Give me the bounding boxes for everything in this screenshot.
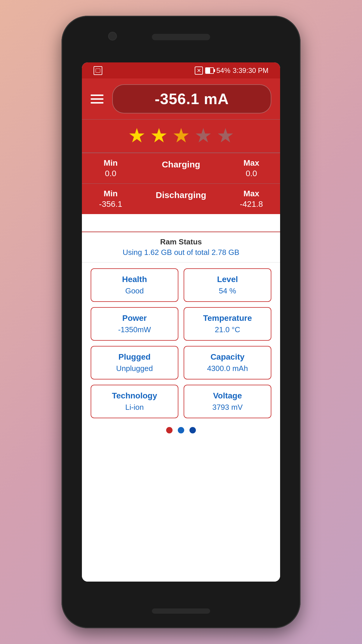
charging-min-label: Min bbox=[85, 158, 136, 168]
card-value-5: 4300.0 mAh bbox=[189, 364, 266, 373]
info-card-2: Power -1350mW bbox=[91, 307, 178, 341]
stars-section: ★ ★ ★ ★ ★ bbox=[82, 119, 280, 153]
charging-min-cell: Min 0.0 bbox=[82, 153, 139, 183]
card-title-0: Health bbox=[96, 275, 173, 284]
page-dots bbox=[166, 427, 196, 433]
card-title-6: Technology bbox=[96, 391, 173, 400]
hamburger-line-3 bbox=[91, 102, 103, 104]
discharging-min-value: -356.1 bbox=[85, 200, 136, 209]
time-display: 3:39:30 PM bbox=[233, 66, 268, 75]
phone-speaker bbox=[152, 34, 210, 40]
charging-max-value: 0.0 bbox=[226, 169, 277, 178]
current-reading-value: -356.1 mA bbox=[155, 90, 229, 107]
hamburger-line-1 bbox=[91, 94, 103, 96]
info-card-7: Voltage 3793 mV bbox=[184, 385, 271, 418]
card-title-3: Temperature bbox=[189, 314, 266, 323]
phone-outer: ✕ 54% 3:39:30 PM -356.1 mA ★ bbox=[61, 16, 301, 628]
info-card-3: Temperature 21.0 °C bbox=[184, 307, 271, 341]
card-title-5: Capacity bbox=[189, 352, 266, 362]
info-card-1: Level 54 % bbox=[184, 268, 271, 302]
card-value-0: Good bbox=[96, 286, 173, 295]
phone-home-bar bbox=[152, 608, 210, 614]
discharging-min-cell: Min -356.1 bbox=[82, 184, 139, 214]
card-value-2: -1350mW bbox=[96, 325, 173, 334]
discharging-label-cell: Discharging bbox=[139, 184, 223, 214]
card-title-2: Power bbox=[96, 314, 173, 323]
current-reading-box: -356.1 mA bbox=[112, 84, 271, 113]
charging-max-cell: Max 0.0 bbox=[223, 153, 280, 183]
charging-max-label: Max bbox=[226, 158, 277, 168]
stats-grid: Min 0.0 Charging Max 0.0 Min -356.1 Disc… bbox=[82, 153, 280, 214]
discharging-max-cell: Max -421.8 bbox=[223, 184, 280, 214]
charging-row: Min 0.0 Charging Max 0.0 bbox=[82, 153, 280, 183]
phone-camera bbox=[108, 32, 117, 41]
phone-screen: ✕ 54% 3:39:30 PM -356.1 mA ★ bbox=[82, 62, 280, 582]
info-card-4: Plugged Unplugged bbox=[91, 346, 178, 379]
white-section: Ram Status Using 1.62 GB out of total 2.… bbox=[82, 214, 280, 582]
discharging-max-value: -421.8 bbox=[226, 200, 277, 209]
info-card-0: Health Good bbox=[91, 268, 178, 302]
ram-status-value: Using 1.62 GB out of total 2.78 GB bbox=[88, 248, 274, 257]
discharging-max-label: Max bbox=[226, 189, 277, 198]
info-card-5: Capacity 4300.0 mAh bbox=[184, 346, 271, 379]
page-dot-2[interactable] bbox=[178, 427, 184, 433]
hamburger-menu[interactable] bbox=[91, 94, 103, 104]
page-dot-1[interactable] bbox=[166, 427, 173, 433]
info-card-6: Technology Li-ion bbox=[91, 385, 178, 418]
card-title-1: Level bbox=[189, 275, 266, 284]
star-1: ★ bbox=[128, 125, 146, 145]
star-4: ★ bbox=[194, 125, 212, 145]
charging-min-value: 0.0 bbox=[85, 169, 136, 178]
hamburger-line-2 bbox=[91, 98, 103, 100]
cards-grid: Health Good Level 54 % Power -1350mW Tem… bbox=[82, 262, 280, 424]
ram-status-container: Ram Status Using 1.62 GB out of total 2.… bbox=[82, 232, 280, 262]
card-value-3: 21.0 °C bbox=[189, 325, 266, 334]
battery-icon bbox=[205, 67, 214, 74]
star-5: ★ bbox=[217, 125, 234, 145]
star-2: ★ bbox=[150, 125, 168, 145]
card-value-1: 54 % bbox=[189, 286, 266, 295]
ram-status-title: Ram Status bbox=[88, 237, 274, 246]
page-dot-3[interactable] bbox=[189, 427, 196, 433]
star-3: ★ bbox=[172, 125, 190, 145]
discharging-row: Min -356.1 Discharging Max -421.8 bbox=[82, 183, 280, 214]
card-title-7: Voltage bbox=[189, 391, 266, 400]
image-icon bbox=[94, 66, 102, 75]
charging-label-cell: Charging bbox=[139, 153, 223, 183]
card-value-7: 3793 mV bbox=[189, 403, 266, 412]
card-title-4: Plugged bbox=[96, 352, 173, 362]
card-value-6: Li-ion bbox=[96, 403, 173, 412]
battery-percent: 54% bbox=[216, 66, 230, 75]
card-value-4: Unplugged bbox=[96, 364, 173, 373]
status-x-icon: ✕ bbox=[195, 66, 203, 75]
discharging-min-label: Min bbox=[85, 189, 136, 198]
app-header: -356.1 mA bbox=[82, 78, 280, 119]
status-bar: ✕ 54% 3:39:30 PM bbox=[82, 62, 280, 78]
gap-area bbox=[82, 214, 280, 232]
